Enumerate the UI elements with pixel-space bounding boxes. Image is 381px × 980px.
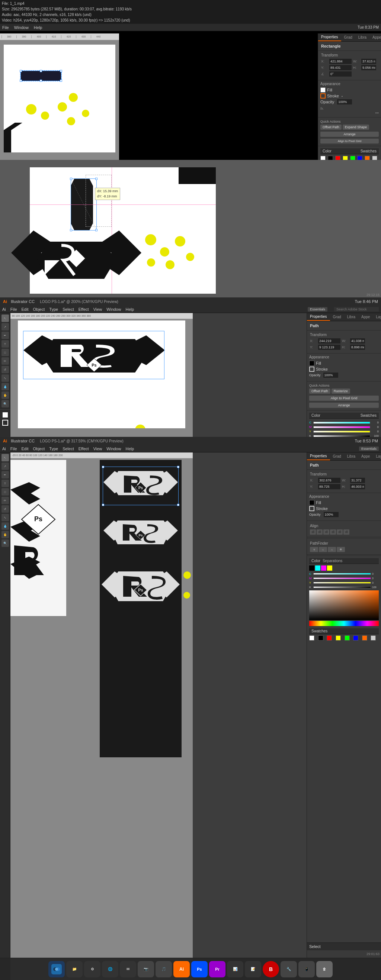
t2-w-input[interactable]	[350, 338, 365, 344]
align-center-h[interactable]: ⬛	[317, 530, 323, 535]
separations-label[interactable]: Separations	[323, 559, 342, 563]
menu-object-3[interactable]: Object	[33, 447, 45, 451]
align-right[interactable]: ⬛	[323, 530, 329, 535]
align-top[interactable]: ⬛	[330, 530, 336, 535]
dock-app6[interactable]: 🎵	[156, 961, 172, 977]
handle-br[interactable]	[60, 80, 62, 82]
w-input[interactable]	[361, 59, 376, 64]
menu-window-3[interactable]: Window	[107, 447, 121, 451]
tab-appe-3[interactable]: Appe	[358, 452, 373, 460]
pf-intersect[interactable]: ∩	[328, 547, 336, 552]
t3-h-input[interactable]	[350, 484, 365, 489]
m3-slider[interactable]	[313, 578, 371, 579]
dock-app2[interactable]: ⚙	[84, 961, 100, 977]
y3-slider[interactable]	[313, 582, 371, 584]
stock-search-1[interactable]	[334, 307, 379, 312]
stroke-color-icon-1[interactable]	[2, 420, 8, 426]
fill-swatch[interactable]	[320, 88, 325, 92]
menu-file-1[interactable]: File	[10, 307, 17, 312]
opacity-input-3[interactable]	[324, 512, 339, 517]
pen-tool-3[interactable]: ✒	[2, 471, 9, 479]
dock-app10[interactable]: 📱	[298, 961, 315, 977]
sel-tool-3[interactable]: ↖	[2, 454, 9, 461]
tab-libraries[interactable]: Libra	[355, 33, 370, 41]
dock-pr[interactable]: Pr	[209, 961, 225, 977]
dir-sel-tool-3[interactable]: ↗	[2, 463, 9, 470]
sw3-black[interactable]	[318, 635, 323, 641]
dock-app8[interactable]: 📝	[245, 961, 261, 977]
c-swatch[interactable]	[315, 565, 320, 571]
sw3-red[interactable]	[327, 635, 332, 641]
swatches-label-2[interactable]: Swatches	[360, 414, 376, 417]
scale-tool-3[interactable]: ⤡	[2, 514, 9, 521]
swatches-label[interactable]: Swatches	[360, 149, 376, 153]
eyedropper-tool-1[interactable]: 💧	[2, 383, 9, 390]
menu-effect-1[interactable]: Effect	[78, 307, 89, 312]
pf-unite[interactable]: ∪	[310, 547, 318, 552]
k3-slider[interactable]	[313, 586, 371, 588]
opacity-input-2[interactable]	[323, 372, 338, 378]
m-slider[interactable]	[313, 426, 370, 428]
arrange-btn-2[interactable]: Arrange	[309, 402, 379, 408]
rot-tool-3[interactable]: ↺	[2, 505, 9, 513]
menu-help-3[interactable]: Help	[125, 447, 134, 451]
dock-b[interactable]: B	[263, 961, 279, 977]
selection-tool-1[interactable]: ↖	[2, 315, 9, 322]
align-pixel-btn-2[interactable]: Align to Pixel Grid	[309, 396, 379, 401]
menu-file-3[interactable]: File	[10, 447, 17, 451]
x-input[interactable]	[329, 59, 352, 64]
t3-y-input[interactable]	[318, 484, 340, 489]
m-swatch[interactable]	[321, 565, 326, 571]
align-center-v[interactable]: ⬛	[337, 530, 343, 535]
sw3-blue[interactable]	[353, 635, 358, 641]
rotate-tool-1[interactable]: ↺	[2, 366, 9, 373]
type-tool-1[interactable]: T	[2, 340, 9, 348]
essentials-3[interactable]: Essentials	[359, 447, 379, 451]
pf-minus[interactable]: ∩	[319, 547, 327, 552]
c-slider[interactable]	[313, 422, 370, 424]
pf-exclude[interactable]: ⊕	[337, 547, 345, 552]
y-slider[interactable]	[313, 431, 370, 433]
handle-tr[interactable]	[60, 70, 62, 72]
tab-libra-2[interactable]: Libra	[344, 313, 358, 321]
sw3-orange[interactable]	[362, 635, 367, 641]
selected-rectangle[interactable]	[21, 71, 61, 81]
scale-tool-1[interactable]: ⤡	[2, 374, 9, 382]
dock-app1[interactable]: 📁	[66, 961, 83, 977]
dock-app9[interactable]: 🔧	[281, 961, 297, 977]
menu-select-1[interactable]: Select	[62, 307, 74, 312]
zoom-tool-1[interactable]: 🔍	[2, 400, 9, 407]
dock-app5[interactable]: 📷	[138, 961, 154, 977]
sw3-green[interactable]	[344, 635, 350, 641]
expand-shape-button[interactable]: Expand Shape	[343, 124, 369, 130]
t2-y-input[interactable]	[318, 345, 340, 350]
hand-tool-3[interactable]: ✋	[2, 531, 9, 538]
sw3-yellow[interactable]	[336, 635, 341, 641]
shape-tool-1[interactable]: □	[2, 349, 9, 356]
zoom-tool-3[interactable]: 🔍	[2, 539, 9, 547]
stroke-swatch-3[interactable]	[309, 506, 314, 511]
angle-input[interactable]	[329, 72, 352, 76]
menu-file[interactable]: File	[2, 25, 9, 30]
dock-finder[interactable]	[48, 961, 65, 977]
eye-tool-3[interactable]: 💧	[2, 522, 9, 530]
menu-window-1[interactable]: Window	[107, 307, 121, 312]
rect-tool-3[interactable]: □	[2, 488, 9, 496]
stroke-swatch[interactable]	[320, 93, 325, 99]
tab-props-2[interactable]: Properties	[307, 313, 330, 321]
essentials-1[interactable]: Essentials	[308, 307, 327, 312]
tab-libra-3[interactable]: Libra	[344, 452, 358, 460]
menu-type-1[interactable]: Type	[49, 307, 58, 312]
menu-ai-1[interactable]: Ai	[2, 307, 6, 312]
menu-window[interactable]: Window	[14, 25, 29, 30]
align-left[interactable]: ⬛	[310, 530, 316, 535]
color-gradient-3[interactable]	[309, 590, 379, 620]
c3-slider[interactable]	[313, 573, 371, 575]
menu-view-1[interactable]: View	[93, 307, 102, 312]
brush-tool-1[interactable]: ✏	[2, 357, 9, 365]
hand-tool-1[interactable]: ✋	[2, 391, 9, 399]
dock-ai[interactable]: Ai	[174, 961, 190, 977]
tab-props-3[interactable]: Properties	[307, 452, 330, 460]
tab-appearance[interactable]: Appe	[370, 33, 381, 41]
fill-swatch-2[interactable]	[309, 361, 314, 366]
